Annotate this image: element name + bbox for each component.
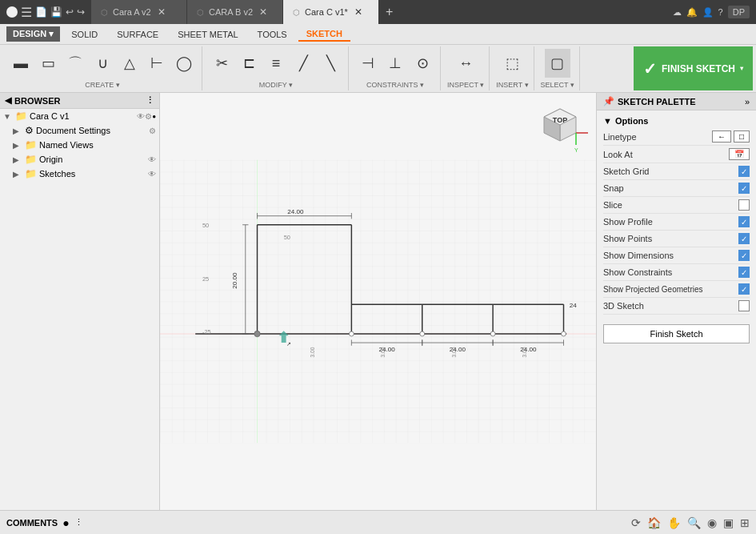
- tools-toolbar: ▬ ▭ ⌒ ∪ △ ⊢ ◯ CREATE ▾ ✂ ⊏ ≡ ╱ ╲ MODIFY …: [0, 45, 756, 93]
- add-tab-button[interactable]: +: [379, 5, 399, 19]
- show-profile-checkbox[interactable]: ✓: [738, 216, 750, 227]
- tree-arrow-views: ▶: [13, 141, 22, 150]
- show-dimensions-checkbox[interactable]: ✓: [738, 250, 750, 261]
- tree-item-root[interactable]: ▼ 📁 Cara C v1 👁 ⚙ ●: [0, 109, 159, 123]
- tab-surface[interactable]: SURFACE: [109, 28, 166, 41]
- tree-label-doc: Document Settings: [36, 126, 149, 135]
- tangent-tool[interactable]: ⊙: [410, 49, 435, 78]
- palette-row-3d-sketch: 3D Sketch: [603, 298, 750, 315]
- redo-btn[interactable]: ↪: [77, 6, 85, 18]
- pan-icon[interactable]: ✋: [667, 516, 681, 529]
- tree-item-named-views[interactable]: ▶ 📁 Named Views: [0, 138, 159, 152]
- palette-pin-icon[interactable]: 📌: [603, 96, 614, 106]
- snap-checkbox[interactable]: ✓: [738, 183, 750, 194]
- mirror-tool[interactable]: ╱: [290, 49, 316, 78]
- tab-sketch[interactable]: SKETCH: [298, 27, 350, 42]
- eye-icon-root[interactable]: 👁: [137, 112, 145, 121]
- bell-icon: 🔔: [686, 7, 698, 18]
- browser-options-icon[interactable]: ⋮: [146, 95, 154, 106]
- tab-solid[interactable]: SOLID: [63, 28, 106, 41]
- tab-sheet-metal[interactable]: SHEET METAL: [170, 28, 246, 41]
- rect-tool[interactable]: ▭: [35, 49, 61, 78]
- inspect-label: INSPECT ▾: [447, 79, 484, 90]
- trim-tool[interactable]: ✂: [209, 49, 234, 78]
- person-icon: 👤: [702, 7, 714, 18]
- undo-btn[interactable]: ↩: [66, 6, 74, 18]
- select-label: SELECT ▾: [541, 79, 574, 90]
- svg-text:3.00: 3.00: [310, 347, 315, 357]
- eye-icon-origin[interactable]: 👁: [148, 155, 156, 164]
- help-icon[interactable]: ?: [718, 7, 723, 17]
- linetype-btn-2[interactable]: □: [734, 130, 750, 143]
- gear-icon-root[interactable]: ⚙: [145, 112, 152, 121]
- 3d-sketch-checkbox[interactable]: [738, 300, 750, 311]
- project-tool[interactable]: ⊢: [144, 49, 170, 78]
- modify-group: ✂ ⊏ ≡ ╱ ╲ MODIFY ▾: [204, 46, 349, 90]
- tab-b-close[interactable]: ✕: [258, 6, 269, 18]
- lookat-label: Look At: [603, 150, 633, 159]
- svg-point-46: [562, 331, 566, 336]
- new-btn[interactable]: 📄: [35, 6, 47, 18]
- linetype-label: Linetype: [603, 132, 637, 142]
- window-controls: ☰ 📄 💾 ↩ ↪: [0, 5, 91, 20]
- nav-wheel-icon[interactable]: ⟳: [631, 516, 641, 529]
- tree-arrow-origin: ▶: [13, 155, 22, 164]
- insert-tool[interactable]: ⬚: [499, 49, 525, 78]
- grid-view-icon[interactable]: ▣: [723, 516, 734, 529]
- finish-sketch-button[interactable]: ✓ FINISH SKETCH ▾: [634, 46, 753, 90]
- options-section-header[interactable]: ▼ Options: [603, 114, 750, 128]
- select-tool[interactable]: ▢: [545, 49, 570, 78]
- zoom-icon[interactable]: 🔍: [687, 516, 701, 529]
- line-tool[interactable]: ▬: [8, 49, 34, 78]
- show-projected-checkbox[interactable]: ✓: [738, 283, 750, 295]
- tab-a[interactable]: ⬡ Cara A v2 ✕: [91, 0, 187, 24]
- design-button[interactable]: DESIGN ▾: [6, 26, 60, 42]
- palette-header: 📌 SKETCH PALETTE »: [597, 93, 756, 110]
- svg-text:3.00: 3.00: [380, 347, 386, 357]
- coincident-tool[interactable]: ⊣: [355, 49, 381, 78]
- tab-c[interactable]: ⬡ Cara C v1* ✕: [283, 0, 379, 24]
- tab-a-close[interactable]: ✕: [156, 6, 167, 18]
- palette-row-linetype: Linetype ← □: [603, 128, 750, 146]
- polygon-tool[interactable]: △: [117, 49, 142, 78]
- offset-tool[interactable]: ≡: [263, 49, 289, 78]
- browser-collapse-icon[interactable]: ◀: [5, 95, 11, 106]
- cloud-icon: ☁: [673, 7, 682, 18]
- eye-icon-sketches[interactable]: 👁: [148, 170, 156, 179]
- home-icon[interactable]: 🏠: [647, 516, 661, 529]
- ellipse-tool[interactable]: ◯: [171, 49, 197, 78]
- circle-tool[interactable]: ⌒: [62, 49, 88, 78]
- comments-count-icon[interactable]: ●: [62, 516, 69, 529]
- show-points-checkbox[interactable]: ✓: [738, 233, 750, 244]
- sketch-grid-checkbox[interactable]: ✓: [738, 166, 750, 177]
- canvas-area[interactable]: 24.00 20.00 24.00 24.00 24.00 24: [160, 93, 596, 510]
- measure-tool[interactable]: ↔: [453, 49, 478, 78]
- slice-checkbox[interactable]: [738, 199, 750, 211]
- lookat-btn[interactable]: 📅: [729, 148, 750, 160]
- perpendicular-tool[interactable]: ⊥: [382, 49, 408, 78]
- arc-tool[interactable]: ∪: [90, 49, 115, 78]
- extend-tool[interactable]: ⊏: [236, 49, 262, 78]
- pattern-tool[interactable]: ╲: [318, 49, 343, 78]
- comments-options-icon[interactable]: ⋮: [74, 517, 83, 528]
- palette-expand-icon[interactable]: »: [745, 97, 750, 106]
- svg-point-42: [254, 331, 260, 336]
- menu-icon[interactable]: ☰: [21, 5, 32, 20]
- palette-row-show-dimensions: Show Dimensions ✓: [603, 247, 750, 264]
- layout-icon[interactable]: ⊞: [740, 516, 750, 529]
- show-dimensions-label: Show Dimensions: [603, 251, 674, 260]
- tab-tools[interactable]: TOOLS: [250, 28, 295, 41]
- tree-item-sketches[interactable]: ▶ 📁 Sketches 👁: [0, 167, 159, 181]
- show-constraints-checkbox[interactable]: ✓: [738, 267, 750, 278]
- tree-item-doc-settings[interactable]: ▶ ⚙ Document Settings ⚙: [0, 123, 159, 138]
- finish-sketch-palette-button[interactable]: Finish Sketch: [603, 324, 750, 343]
- display-icon[interactable]: ◉: [707, 516, 717, 529]
- gear-icon-doc[interactable]: ⚙: [149, 126, 156, 135]
- linetype-btn-1[interactable]: ←: [712, 130, 731, 143]
- view-cube[interactable]: TOP X Y: [532, 101, 588, 157]
- title-bar: ☰ 📄 💾 ↩ ↪ ⬡ Cara A v2 ✕ ⬡ CARA B v2 ✕ ⬡ …: [0, 0, 756, 24]
- tree-item-origin[interactable]: ▶ 📁 Origin 👁: [0, 152, 159, 167]
- tab-c-close[interactable]: ✕: [353, 6, 364, 18]
- save-btn[interactable]: 💾: [50, 6, 62, 18]
- tab-b[interactable]: ⬡ CARA B v2 ✕: [187, 0, 283, 24]
